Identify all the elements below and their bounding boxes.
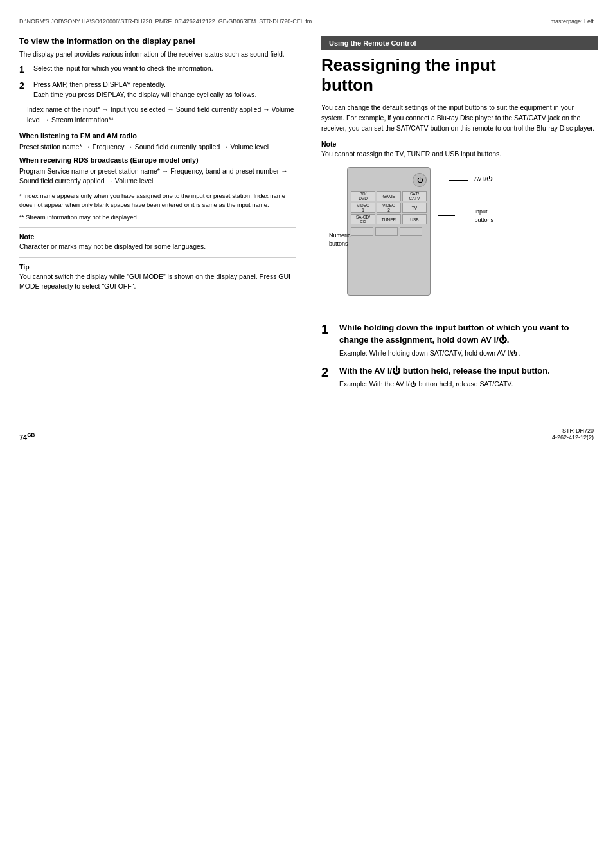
right-intro: You can change the default settings of t… <box>321 103 598 133</box>
fm-am-heading: When listening to FM and AM radio <box>19 132 296 140</box>
numeric-buttons-label: Numericbuttons <box>329 231 351 248</box>
step-1-row: 1 Select the input for which you want to… <box>19 64 296 75</box>
right-step-1-main: While holding down the input button of w… <box>339 322 598 345</box>
remote-body: ⏻ BD/DVD GAME SAT/CATV VIDEO1 VIDEO2 TV <box>347 167 431 296</box>
bottom-btn-1 <box>351 227 373 236</box>
step-2-number: 2 <box>19 80 30 100</box>
input-line <box>438 215 455 216</box>
right-step-1-text: While holding down the input button of w… <box>339 322 598 358</box>
banner-text: Using the Remote Control <box>329 39 416 47</box>
left-intro-text: The display panel provides various infor… <box>19 50 296 60</box>
av-line <box>449 180 468 181</box>
rds-text: Program Service name or preset station n… <box>19 167 296 187</box>
right-column: Using the Remote Control Reassigning the… <box>308 36 598 395</box>
rds-heading: When receiving RDS broadcasts (Europe mo… <box>19 156 296 164</box>
page: D:\NORM'S JOB\SONY HA\SO120006\STR-DH720… <box>0 0 613 868</box>
header-left: D:\NORM'S JOB\SONY HA\SO120006\STR-DH720… <box>19 18 312 24</box>
tuner-btn: TUNER <box>377 214 401 224</box>
right-note-heading: Note <box>321 140 598 148</box>
av-power-button: ⏻ <box>413 173 427 187</box>
bottom-btn-2 <box>375 227 398 236</box>
page-number: 74GB <box>19 432 35 441</box>
flow-text: Index name of the input* → Input you sel… <box>27 105 296 125</box>
tip-heading: Tip <box>19 263 296 271</box>
page-footer: 74GB STR-DH720 4-262-412-12(2) <box>0 415 613 447</box>
right-step-2-row: 2 With the AV I/⏻ button held, release t… <box>321 365 598 390</box>
right-step-2-text: With the AV I/⏻ button held, release the… <box>339 365 598 390</box>
sat-catv-btn: SAT/CATV <box>402 191 427 201</box>
right-step-1-number: 1 <box>321 322 334 337</box>
content-area: To view the information on the display p… <box>0 36 613 395</box>
product-code: 4-262-412-12(2) <box>552 434 594 440</box>
step-2-text: Press AMP, then press DISPLAY repeatedly… <box>33 80 296 100</box>
sacd-cd-btn: SA-CD/CD <box>351 214 375 224</box>
tip-text: You cannot switch the display while "GUI… <box>19 272 296 293</box>
page-header: D:\NORM'S JOB\SONY HA\SO120006\STR-DH720… <box>0 13 613 30</box>
left-column: To view the information on the display p… <box>13 36 308 395</box>
step-1-number: 1 <box>19 64 30 75</box>
fm-am-text: Preset station name* → Frequency → Sound… <box>19 142 296 152</box>
bottom-btns <box>351 227 427 236</box>
video2-btn: VIDEO2 <box>377 203 401 213</box>
step-1-text: Select the input for which you want to c… <box>33 64 296 75</box>
av-label: AV I/⏻ <box>474 176 492 182</box>
av-power-row: ⏻ <box>351 173 427 187</box>
game-btn: GAME <box>377 191 401 201</box>
right-step-2-example: Example: With the AV I/⏻ button held, re… <box>339 379 598 390</box>
input-buttons-label: Inputbuttons <box>474 208 493 224</box>
remote-diagram: ⏻ BD/DVD GAME SAT/CATV VIDEO1 VIDEO2 TV <box>328 164 495 312</box>
footnote1: * Index name appears only when you have … <box>19 192 296 210</box>
right-note-text: You cannot reassign the TV, TUNER and US… <box>321 149 598 159</box>
tv-btn: TV <box>402 203 427 213</box>
right-step-1-example: Example: While holding down SAT/CATV, ho… <box>339 348 598 359</box>
footnote2: ** Stream information may not be display… <box>19 213 296 222</box>
step-2-row: 2 Press AMP, then press DISPLAY repeated… <box>19 80 296 100</box>
usb-btn: USB <box>402 214 427 224</box>
note-text: Character or marks may not be displayed … <box>19 242 296 252</box>
btn-row-1: BD/DVD GAME SAT/CATV <box>351 191 427 201</box>
btn-row-3: SA-CD/CD TUNER USB <box>351 214 427 224</box>
reassigning-heading: Reassigning the input button <box>321 55 598 95</box>
bd-dvd-btn: BD/DVD <box>351 191 375 201</box>
header-right: masterpage: Left <box>550 18 594 24</box>
divider-tip <box>19 257 296 258</box>
using-remote-banner: Using the Remote Control <box>321 36 598 50</box>
right-step-2-number: 2 <box>321 365 334 380</box>
model-number: STR-DH720 <box>552 428 594 434</box>
footer-right: STR-DH720 4-262-412-12(2) <box>552 428 594 440</box>
right-step-1-row: 1 While holding down the input button of… <box>321 322 598 358</box>
video1-btn: VIDEO1 <box>351 203 375 213</box>
right-step-2-main: With the AV I/⏻ button held, release the… <box>339 365 598 377</box>
numeric-line <box>361 240 374 240</box>
bottom-btn-3 <box>400 227 422 236</box>
page-superscript: GB <box>27 432 35 438</box>
note-heading: Note <box>19 233 296 240</box>
left-section-heading: To view the information on the display p… <box>19 36 296 46</box>
btn-row-2: VIDEO1 VIDEO2 TV <box>351 203 427 213</box>
divider-note <box>19 227 296 228</box>
